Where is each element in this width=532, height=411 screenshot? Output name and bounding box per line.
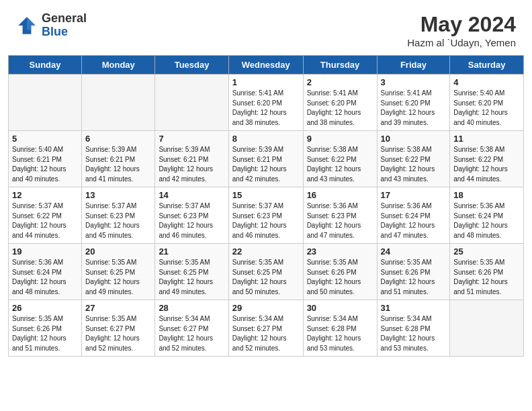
calendar-cell: 25Sunrise: 5:35 AM Sunset: 6:26 PM Dayli… bbox=[450, 244, 524, 300]
day-number: 21 bbox=[159, 246, 224, 257]
calendar-cell: 31Sunrise: 5:34 AM Sunset: 6:28 PM Dayli… bbox=[377, 300, 450, 357]
day-info: Sunrise: 5:35 AM Sunset: 6:25 PM Dayligh… bbox=[85, 258, 151, 297]
day-number: 11 bbox=[453, 134, 520, 144]
calendar-week-row: 12Sunrise: 5:37 AM Sunset: 6:22 PM Dayli… bbox=[9, 187, 524, 244]
calendar-week-row: 19Sunrise: 5:36 AM Sunset: 6:24 PM Dayli… bbox=[9, 244, 524, 300]
calendar-cell: 26Sunrise: 5:35 AM Sunset: 6:26 PM Dayli… bbox=[9, 300, 82, 357]
day-of-week-header: Wednesday bbox=[228, 56, 303, 75]
day-info: Sunrise: 5:40 AM Sunset: 6:21 PM Dayligh… bbox=[12, 145, 78, 184]
day-of-week-header: Monday bbox=[82, 56, 155, 75]
calendar-cell: 13Sunrise: 5:37 AM Sunset: 6:23 PM Dayli… bbox=[82, 187, 155, 244]
day-info: Sunrise: 5:34 AM Sunset: 6:27 PM Dayligh… bbox=[159, 314, 224, 353]
day-number: 25 bbox=[453, 246, 520, 257]
day-info: Sunrise: 5:37 AM Sunset: 6:23 PM Dayligh… bbox=[159, 201, 224, 240]
day-info: Sunrise: 5:36 AM Sunset: 6:23 PM Dayligh… bbox=[307, 201, 373, 240]
day-number: 29 bbox=[232, 303, 300, 313]
logo-general-text: General bbox=[42, 12, 87, 26]
calendar-cell: 1Sunrise: 5:41 AM Sunset: 6:20 PM Daylig… bbox=[228, 75, 303, 131]
calendar-cell: 9Sunrise: 5:38 AM Sunset: 6:22 PM Daylig… bbox=[303, 131, 377, 187]
calendar-header: SundayMondayTuesdayWednesdayThursdayFrid… bbox=[9, 56, 524, 75]
calendar-cell: 6Sunrise: 5:39 AM Sunset: 6:21 PM Daylig… bbox=[82, 131, 155, 187]
day-info: Sunrise: 5:40 AM Sunset: 6:20 PM Dayligh… bbox=[453, 89, 520, 128]
day-info: Sunrise: 5:37 AM Sunset: 6:23 PM Dayligh… bbox=[85, 201, 151, 240]
day-number: 8 bbox=[232, 134, 300, 144]
day-info: Sunrise: 5:38 AM Sunset: 6:22 PM Dayligh… bbox=[453, 145, 520, 184]
day-info: Sunrise: 5:35 AM Sunset: 6:25 PM Dayligh… bbox=[159, 258, 224, 297]
calendar-cell: 21Sunrise: 5:35 AM Sunset: 6:25 PM Dayli… bbox=[155, 244, 228, 300]
day-info: Sunrise: 5:35 AM Sunset: 6:26 PM Dayligh… bbox=[453, 258, 520, 297]
day-number: 27 bbox=[85, 303, 151, 313]
page-header: General Blue May 2024 Hazm al `Udayn, Ye… bbox=[0, 0, 532, 55]
calendar-cell: 28Sunrise: 5:34 AM Sunset: 6:27 PM Dayli… bbox=[155, 300, 228, 357]
day-number: 30 bbox=[307, 303, 373, 313]
day-of-week-header: Thursday bbox=[303, 56, 377, 75]
svg-marker-1 bbox=[27, 17, 36, 30]
day-number: 20 bbox=[85, 246, 151, 257]
logo: General Blue bbox=[16, 12, 87, 39]
calendar-cell: 11Sunrise: 5:38 AM Sunset: 6:22 PM Dayli… bbox=[450, 131, 524, 187]
day-of-week-header: Tuesday bbox=[155, 56, 228, 75]
day-number: 14 bbox=[159, 190, 224, 200]
day-info: Sunrise: 5:34 AM Sunset: 6:27 PM Dayligh… bbox=[232, 314, 300, 353]
logo-blue-text: Blue bbox=[42, 26, 87, 39]
calendar-cell: 2Sunrise: 5:41 AM Sunset: 6:20 PM Daylig… bbox=[303, 75, 377, 131]
day-of-week-header: Saturday bbox=[450, 56, 524, 75]
location-text: Hazm al `Udayn, Yemen bbox=[407, 37, 516, 48]
day-info: Sunrise: 5:41 AM Sunset: 6:20 PM Dayligh… bbox=[307, 89, 373, 128]
day-info: Sunrise: 5:39 AM Sunset: 6:21 PM Dayligh… bbox=[85, 145, 151, 184]
day-number: 1 bbox=[232, 77, 300, 87]
day-info: Sunrise: 5:36 AM Sunset: 6:24 PM Dayligh… bbox=[453, 201, 520, 240]
calendar-cell: 17Sunrise: 5:36 AM Sunset: 6:24 PM Dayli… bbox=[377, 187, 450, 244]
day-info: Sunrise: 5:34 AM Sunset: 6:28 PM Dayligh… bbox=[307, 314, 373, 353]
calendar-cell: 10Sunrise: 5:38 AM Sunset: 6:22 PM Dayli… bbox=[377, 131, 450, 187]
calendar-cell: 20Sunrise: 5:35 AM Sunset: 6:25 PM Dayli… bbox=[82, 244, 155, 300]
day-number: 10 bbox=[381, 134, 447, 144]
days-of-week-row: SundayMondayTuesdayWednesdayThursdayFrid… bbox=[9, 56, 524, 75]
calendar-cell: 14Sunrise: 5:37 AM Sunset: 6:23 PM Dayli… bbox=[155, 187, 228, 244]
day-info: Sunrise: 5:39 AM Sunset: 6:21 PM Dayligh… bbox=[159, 145, 224, 184]
calendar-cell bbox=[155, 75, 228, 131]
day-info: Sunrise: 5:37 AM Sunset: 6:23 PM Dayligh… bbox=[232, 201, 300, 240]
day-number: 23 bbox=[307, 246, 373, 257]
calendar-cell: 5Sunrise: 5:40 AM Sunset: 6:21 PM Daylig… bbox=[9, 131, 82, 187]
logo-text: General Blue bbox=[42, 12, 87, 39]
day-number: 3 bbox=[381, 77, 447, 87]
day-info: Sunrise: 5:41 AM Sunset: 6:20 PM Dayligh… bbox=[381, 89, 447, 128]
calendar-cell: 15Sunrise: 5:37 AM Sunset: 6:23 PM Dayli… bbox=[228, 187, 303, 244]
calendar-cell: 4Sunrise: 5:40 AM Sunset: 6:20 PM Daylig… bbox=[450, 75, 524, 131]
calendar-cell: 8Sunrise: 5:39 AM Sunset: 6:21 PM Daylig… bbox=[228, 131, 303, 187]
calendar-cell: 18Sunrise: 5:36 AM Sunset: 6:24 PM Dayli… bbox=[450, 187, 524, 244]
day-info: Sunrise: 5:35 AM Sunset: 6:27 PM Dayligh… bbox=[85, 314, 151, 353]
day-of-week-header: Friday bbox=[377, 56, 450, 75]
logo-icon bbox=[16, 15, 38, 36]
day-number: 19 bbox=[12, 246, 78, 257]
day-number: 15 bbox=[232, 190, 300, 200]
day-info: Sunrise: 5:41 AM Sunset: 6:20 PM Dayligh… bbox=[232, 89, 300, 128]
day-of-week-header: Sunday bbox=[9, 56, 82, 75]
day-number: 24 bbox=[381, 246, 447, 257]
calendar-cell bbox=[82, 75, 155, 131]
day-number: 9 bbox=[307, 134, 373, 144]
calendar-cell: 12Sunrise: 5:37 AM Sunset: 6:22 PM Dayli… bbox=[9, 187, 82, 244]
day-info: Sunrise: 5:34 AM Sunset: 6:28 PM Dayligh… bbox=[381, 314, 447, 353]
calendar-cell: 19Sunrise: 5:36 AM Sunset: 6:24 PM Dayli… bbox=[9, 244, 82, 300]
day-number: 17 bbox=[381, 190, 447, 200]
day-number: 5 bbox=[12, 134, 78, 144]
day-number: 31 bbox=[381, 303, 447, 313]
calendar-table: SundayMondayTuesdayWednesdayThursdayFrid… bbox=[8, 55, 524, 357]
calendar-week-row: 26Sunrise: 5:35 AM Sunset: 6:26 PM Dayli… bbox=[9, 300, 524, 357]
calendar-cell bbox=[9, 75, 82, 131]
day-number: 6 bbox=[85, 134, 151, 144]
calendar-cell: 22Sunrise: 5:35 AM Sunset: 6:25 PM Dayli… bbox=[228, 244, 303, 300]
day-number: 16 bbox=[307, 190, 373, 200]
calendar-week-row: 5Sunrise: 5:40 AM Sunset: 6:21 PM Daylig… bbox=[9, 131, 524, 187]
calendar-cell: 23Sunrise: 5:35 AM Sunset: 6:26 PM Dayli… bbox=[303, 244, 377, 300]
day-number: 7 bbox=[159, 134, 224, 144]
day-info: Sunrise: 5:39 AM Sunset: 6:21 PM Dayligh… bbox=[232, 145, 300, 184]
day-number: 4 bbox=[453, 77, 520, 87]
calendar-cell: 3Sunrise: 5:41 AM Sunset: 6:20 PM Daylig… bbox=[377, 75, 450, 131]
day-info: Sunrise: 5:38 AM Sunset: 6:22 PM Dayligh… bbox=[307, 145, 373, 184]
day-info: Sunrise: 5:35 AM Sunset: 6:26 PM Dayligh… bbox=[307, 258, 373, 297]
calendar-cell: 30Sunrise: 5:34 AM Sunset: 6:28 PM Dayli… bbox=[303, 300, 377, 357]
day-number: 28 bbox=[159, 303, 224, 313]
